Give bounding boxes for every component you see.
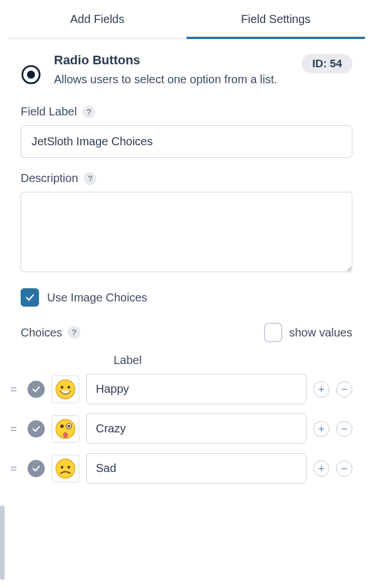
choice-default-toggle[interactable] xyxy=(28,420,45,438)
svg-point-3 xyxy=(61,386,64,389)
add-choice-button[interactable] xyxy=(313,381,329,397)
svg-point-12 xyxy=(63,432,67,438)
choice-image-thumb[interactable] xyxy=(52,376,79,403)
svg-point-16 xyxy=(56,459,75,478)
fieldtype-title: Radio Buttons xyxy=(54,53,289,68)
choice-column-header: Label xyxy=(114,354,352,367)
show-values-label: show values xyxy=(289,326,352,339)
tab-add-fields[interactable]: Add Fields xyxy=(8,0,187,38)
choices-heading: Choices xyxy=(21,326,62,339)
svg-point-4 xyxy=(68,386,71,389)
use-image-choices-label: Use Image Choices xyxy=(47,291,147,304)
add-choice-button[interactable] xyxy=(313,461,329,477)
choice-label-input[interactable] xyxy=(86,453,306,483)
description-input[interactable] xyxy=(21,192,352,272)
svg-point-11 xyxy=(68,424,71,427)
svg-point-9 xyxy=(60,424,64,428)
svg-point-1 xyxy=(27,71,35,79)
add-choice-button[interactable] xyxy=(313,421,329,437)
fieldtype-description: Allows users to select one option from a… xyxy=(54,71,289,88)
remove-choice-button[interactable] xyxy=(336,421,352,437)
field-id-badge: ID: 54 xyxy=(302,54,352,74)
drag-handle-icon[interactable]: = xyxy=(10,386,21,392)
choice-label-input[interactable] xyxy=(86,374,306,404)
help-icon[interactable]: ? xyxy=(84,172,96,185)
choice-default-toggle[interactable] xyxy=(28,460,45,477)
choice-row: = xyxy=(21,374,352,404)
choice-image-thumb[interactable] xyxy=(52,455,79,482)
description-heading: Description xyxy=(21,172,78,185)
tab-field-settings[interactable]: Field Settings xyxy=(187,0,365,38)
use-image-choices-checkbox[interactable] xyxy=(21,288,39,307)
choice-label-input[interactable] xyxy=(86,413,306,444)
choice-image-thumb[interactable] xyxy=(52,415,79,443)
remove-choice-button[interactable] xyxy=(336,381,352,397)
help-icon[interactable]: ? xyxy=(83,106,95,118)
help-icon[interactable]: ? xyxy=(68,326,80,339)
drag-handle-icon[interactable]: = xyxy=(10,466,21,471)
drag-handle-icon[interactable]: = xyxy=(10,426,21,432)
radio-button-icon xyxy=(21,64,41,85)
svg-point-17 xyxy=(61,466,64,469)
svg-point-18 xyxy=(68,466,71,469)
choice-row: = xyxy=(21,413,352,444)
field-label-input[interactable] xyxy=(21,125,352,158)
show-values-checkbox[interactable] xyxy=(264,323,282,342)
svg-point-2 xyxy=(56,380,75,399)
field-label-heading: Field Label xyxy=(21,105,77,118)
remove-choice-button[interactable] xyxy=(336,461,352,477)
fieldtype-header: Radio Buttons Allows users to select one… xyxy=(21,53,352,88)
choice-row: = xyxy=(21,453,352,483)
choice-default-toggle[interactable] xyxy=(28,381,45,398)
